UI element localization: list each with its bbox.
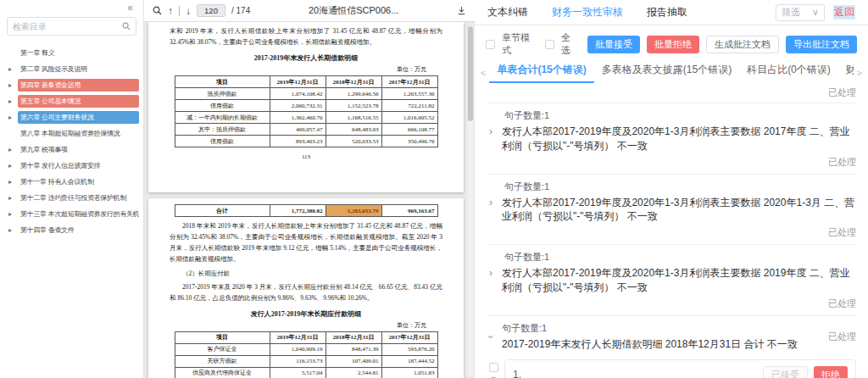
page-up-icon[interactable]: ↑ [168,6,173,16]
sidebar-item[interactable]: ▸第十章 发行人信息披露安排 [0,158,143,174]
tab-report-extraction[interactable]: 报告抽取 [647,5,687,19]
sidebar-item[interactable]: ▸第十一章 持有人会议机制 [0,174,143,190]
scroll-right-icon[interactable]: > [854,68,865,83]
page-number-input[interactable] [197,4,225,17]
pdf-paragraph: 末和 2019 年末，发行人长期借款较上年末分别增加了 31.45 亿元和 48… [148,25,464,47]
tab-text-correction[interactable]: 文本纠错 [487,5,528,19]
error-item-partial[interactable]: 已处理 [487,83,856,103]
table-row: 供应商及代理商保证金5,517.042,544.811,051.83 [175,367,437,378]
chevron-right-icon[interactable]: › [487,125,495,139]
pdf-subheading: （2）长期应付款 [148,270,464,278]
table-cell: 抵质押借款 [175,88,270,100]
table-cell: 848,471.39 [326,343,381,355]
error-item[interactable]: 句子数量:1 › 发行人本部2017-2019年度及2020年1-3月利润表主要… [487,245,856,316]
search-box[interactable] [7,17,136,36]
sidebar-item[interactable]: ▸第二章 风险提示及说明 [0,61,143,77]
status-badge: 已处理 [487,86,856,99]
sidebar-item[interactable]: ▸第六章 公司主要财务状况 [0,109,143,125]
sentence-count: 句子数量:1 [502,322,798,335]
sidebar-item[interactable]: 第一章 释义 [0,45,143,61]
error-item-expanded[interactable]: › 句子数量:1 2017-2019年末发行人长期借款明细 2018年12月31… [487,316,856,378]
expand-arrow-icon[interactable]: ▸ [8,210,18,218]
page-down-icon[interactable]: ↓ [186,6,191,16]
table-cell: 1,299,646.56 [326,88,381,100]
expand-arrow-icon[interactable]: ▸ [8,226,18,234]
expand-arrow-icon[interactable]: ▸ [8,178,18,186]
table-row: 减：一年内到期的长期借款1,362,460.701,168,516.551,01… [175,112,437,124]
status-badge: 已处理 [487,297,856,310]
detail-card: 1. 已接受 拒绝 合计=抵质押借款 +减：一年内到期的长期借款=1,299,6… [504,359,856,378]
table-cell: 107,409.01 [326,355,381,367]
batch-accept-button[interactable]: 批量接受 [587,36,640,53]
search-input[interactable] [13,22,119,31]
expand-arrow-icon[interactable]: ▸ [8,81,18,89]
expand-arrow-icon[interactable]: ▸ [8,146,18,153]
expand-arrow-icon[interactable]: ▸ [8,65,18,73]
expand-arrow-icon[interactable]: ▸ [8,114,18,121]
scrollbar-track[interactable] [468,25,473,375]
filter-select[interactable]: 筛选 ∨ [776,4,825,21]
sidebar-item-label: 第四章 募集资金运用 [18,79,139,92]
reject-button[interactable]: 拒绝 [814,366,848,378]
error-item[interactable]: 句子数量:1 › 发行人本部2017-2019年度及2020年1-3月利润表主要… [487,175,856,246]
export-annotation-doc-button[interactable]: 导出批注文档 [786,36,857,53]
scroll-left-icon[interactable]: < [477,68,489,83]
table-header-cell: 2018年12月31日 [326,76,381,88]
select-all-label: 全选 [561,31,578,57]
filter-label: 筛选 [782,6,800,19]
error-category-tabs: < 单表合计(15个错误)多表格及表文披露(15个错误)科目占比(0个错误)财务… [475,61,868,83]
select-all-checkbox[interactable] [545,40,554,49]
generate-annotation-doc-button[interactable]: 生成批注文档 [706,36,779,53]
subtab-item[interactable]: 财务指标核算(18个错误) [838,63,854,83]
error-detail: ✓ 1. 已接受 拒绝 合计=抵质押借款 +减：一年内到期的长期借款=1,299… [487,359,856,378]
table-cell: 520,033.53 [326,136,381,147]
sidebar-item[interactable]: ▸第九章 税项事项 [0,142,143,158]
batch-reject-button[interactable]: 批量拒绝 [647,36,699,53]
table-cell: 关联方借款 [175,355,270,367]
sidebar-item[interactable]: 第八章 本期超短期融资券担保情况 [0,125,143,142]
sidebar-item-label: 第二章 风险提示及说明 [18,63,90,75]
chapter-mode-checkbox[interactable] [486,40,495,49]
table-cell: 1,362,460.70 [270,112,326,124]
tab-financial-consistency[interactable]: 财务一致性审核 [552,5,623,19]
highlighted-mismatch-cell: 1,283,653.79 [326,205,381,217]
chevron-right-icon[interactable]: › [487,266,495,281]
sidebar-item[interactable]: ▸第十四章 备查文件 [0,222,143,238]
sidebar-item[interactable]: ▸第四章 募集资金运用 [0,77,143,93]
sidebar-item[interactable]: ▸第五章 公司基本情况 [0,93,143,109]
pdf-table-title: 发行人2017-2019年末长期应付款明细 [148,309,464,319]
table-header-cell: 2019年12月31日 [270,331,326,343]
download-icon[interactable] [457,6,466,15]
pdf-unit-label: 单位：万元 [148,321,464,330]
detail-checkbox[interactable] [489,363,498,372]
subtab-item[interactable]: 科目占比(0个错误) [739,63,838,83]
error-title: 发行人本部2017-2019年度及2020年1-3月利润表主要数据 2020年1… [502,196,856,225]
accepted-button[interactable]: 已接受 [763,366,808,378]
page-total: / 174 [231,6,250,15]
sidebar-item-label: 第十三章 本次超短期融资券发行的有关机构 [18,208,139,220]
expand-arrow-icon[interactable]: ▸ [8,97,18,105]
subtab-active[interactable]: 单表合计(15个错误) [489,63,593,83]
table-cell: 1,040,909.19 [270,343,326,355]
back-link[interactable]: 返回 [833,5,855,19]
pdf-toolbar: ↑ ↓ / 174 20海通恒信SCP006... [144,0,475,22]
error-item[interactable]: 句子数量:1 › 发行人本部2017-2019年度及2020年1-3月利润表主要… [487,103,856,175]
collapse-sidebar-icon[interactable]: « [127,2,133,14]
table-cell: 969,163.67 [381,205,437,217]
sidebar-item[interactable]: ▸第十二章 违约责任与投资者保护机制 [0,190,143,206]
chevron-down-icon: ∨ [812,7,819,18]
table-header-row: 项目 2019年12月31日 2018年12月31日 2017年12月31日 [175,76,437,88]
scrollbar-thumb[interactable] [468,26,473,121]
chevron-right-icon[interactable]: › [487,196,495,210]
expand-arrow-icon[interactable]: ▸ [8,162,18,170]
sidebar-item[interactable]: ▸第十三章 本次超短期融资券发行的有关机构 [0,206,143,222]
chevron-down-icon[interactable]: › [484,332,498,341]
subtab-item[interactable]: 多表格及表文披露(15个错误) [594,63,739,83]
sidebar-item-label: 第十章 发行人信息披露安排 [18,159,103,172]
zoom-icon[interactable] [153,6,162,15]
table-cell: 5,517.04 [270,367,326,378]
sidebar-item-label: 第九章 税项事项 [18,143,70,156]
expand-arrow-icon[interactable]: ▸ [8,194,18,202]
review-tab-bar: 文本纠错 财务一致性审核 报告抽取 筛选 ∨ 返回 [475,0,868,25]
table-header-cell: 项目 [175,76,270,88]
